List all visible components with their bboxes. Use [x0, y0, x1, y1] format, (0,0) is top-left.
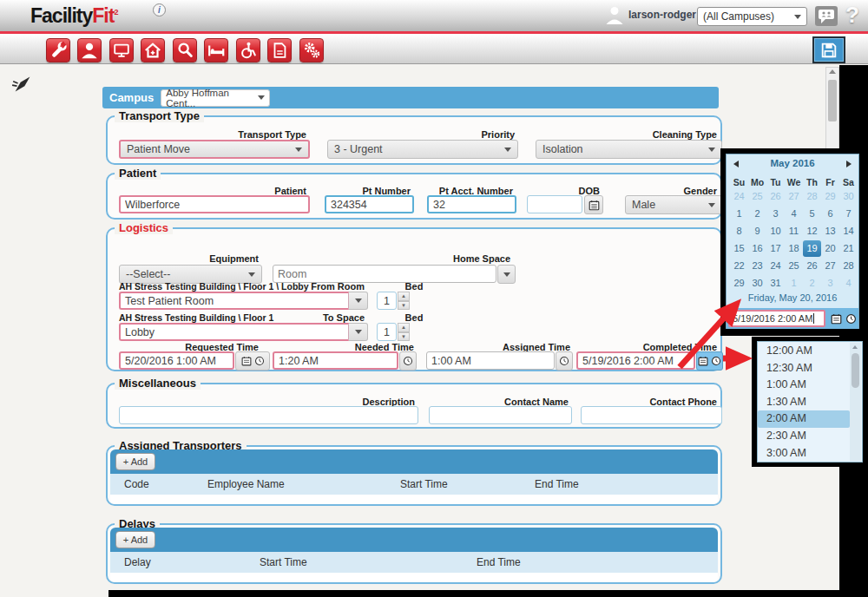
calendar-day-cell[interactable]: 11 — [785, 223, 803, 239]
time-option[interactable]: 3:00 AM — [758, 445, 850, 463]
time-option[interactable]: 1:00 AM — [758, 377, 850, 394]
time-option[interactable]: 12:30 AM — [758, 360, 850, 377]
calendar-day-cell[interactable]: 9 — [748, 223, 766, 239]
transport-type-select[interactable]: Patient Move — [119, 140, 310, 159]
calendar-day-cell[interactable]: 25 — [748, 188, 766, 205]
console-button[interactable] — [109, 38, 134, 62]
calendar-day-cell[interactable]: 27 — [785, 188, 803, 205]
needed-time-input[interactable] — [273, 351, 398, 370]
calendar-day-cell[interactable]: 3 — [821, 275, 839, 292]
from-room-select[interactable]: Test Patient Room — [119, 292, 368, 310]
add-delay-button[interactable]: + Add — [115, 531, 155, 548]
calendar-day-cell[interactable]: 28 — [839, 258, 858, 274]
home-space-input[interactable] — [273, 265, 496, 283]
to-space-dropdown-button[interactable] — [349, 323, 368, 341]
time-option[interactable]: 2:00 AM — [758, 410, 850, 428]
calendar-day-cell[interactable]: 23 — [748, 258, 766, 274]
from-bed-stepper[interactable]: ▲▼ — [398, 292, 410, 310]
calendar-day-cell[interactable]: 22 — [730, 258, 748, 274]
staff-button[interactable] — [77, 38, 102, 62]
calendar-day-cell[interactable]: 4 — [785, 206, 803, 222]
to-bed-stepper[interactable]: ▲▼ — [398, 323, 410, 341]
campus-filter-select[interactable]: (All Campuses) — [697, 7, 807, 26]
cleaning-type-select[interactable]: Isolation — [536, 140, 722, 159]
calendar-day-cell[interactable]: 1 — [730, 206, 748, 222]
calendar-day-cell[interactable]: 8 — [730, 223, 748, 239]
time-option[interactable]: 12:00 AM — [758, 343, 850, 360]
search-button[interactable] — [173, 38, 197, 62]
scrollbar-thumb[interactable] — [852, 353, 859, 388]
quick-launch-button[interactable] — [10, 72, 35, 96]
reports-button[interactable] — [267, 38, 292, 62]
calendar-day-cell[interactable]: 19 — [803, 240, 821, 257]
to-space-select[interactable]: Lobby — [119, 323, 368, 341]
assigned-time-input[interactable] — [426, 351, 555, 370]
pt-acct-number-input[interactable] — [427, 195, 516, 213]
stepper-up-icon[interactable]: ▲ — [398, 292, 410, 301]
calendar-day-cell[interactable]: 21 — [839, 240, 858, 257]
campus-select[interactable]: Abby Hoffman Cent... — [161, 89, 270, 107]
time-option[interactable]: 1:30 AM — [758, 394, 850, 411]
calendar-day-cell[interactable]: 25 — [785, 258, 803, 274]
completed-time-pickers[interactable] — [696, 351, 723, 371]
calendar-day-cell[interactable]: 4 — [839, 275, 858, 292]
stepper-down-icon[interactable]: ▼ — [398, 332, 410, 342]
calendar-day-cell[interactable]: 1 — [785, 275, 803, 292]
clock-icon[interactable] — [845, 313, 857, 325]
next-month-icon[interactable] — [846, 161, 852, 167]
patient-input[interactable] — [119, 195, 310, 213]
info-icon[interactable]: i — [153, 3, 166, 16]
calendar-day-cell[interactable]: 14 — [839, 223, 858, 239]
calendar-day-cell[interactable]: 6 — [821, 206, 839, 222]
scrollbar-thumb[interactable] — [828, 80, 837, 121]
calendar-day-cell[interactable]: 29 — [821, 188, 839, 205]
calendar-day-cell[interactable]: 24 — [730, 188, 748, 205]
calendar-day-cell[interactable]: 2 — [748, 206, 766, 222]
from-room-dropdown-button[interactable] — [349, 292, 368, 310]
time-option[interactable]: 2:30 AM — [758, 428, 850, 445]
gender-select[interactable]: Male — [625, 195, 722, 214]
contact-phone-input[interactable] — [581, 406, 722, 424]
calendar-day-cell[interactable]: 17 — [766, 240, 785, 257]
calendar-day-cell[interactable]: 18 — [785, 240, 803, 257]
description-input[interactable] — [119, 406, 418, 424]
user-menu[interactable]: larson-rodger — [606, 5, 708, 24]
work-orders-button[interactable] — [46, 38, 70, 62]
stepper-up-icon[interactable]: ▲ — [398, 323, 410, 332]
calendar-day-cell[interactable]: 28 — [803, 188, 821, 205]
time-list-scrollbar[interactable] — [850, 343, 861, 461]
calendar-day-cell[interactable]: 29 — [730, 275, 748, 292]
requested-time-pickers[interactable] — [235, 351, 270, 371]
calendar-day-cell[interactable]: 31 — [766, 275, 785, 292]
calendar-day-cell[interactable]: 27 — [821, 258, 839, 274]
contact-name-input[interactable] — [429, 406, 572, 424]
priority-select[interactable]: 3 - Urgent — [327, 140, 518, 159]
calendar-day-cell[interactable]: 26 — [766, 188, 785, 205]
calendar-day-cell[interactable]: 30 — [839, 188, 858, 205]
add-transporter-button[interactable]: + Add — [115, 453, 155, 470]
dob-input[interactable] — [527, 195, 582, 213]
calendar-today-link[interactable]: Friday, May 20, 2016 — [727, 292, 858, 303]
completed-time-popup-input[interactable]: 5/19/2016 2:00 AM — [728, 310, 825, 327]
needed-time-picker[interactable] — [399, 351, 417, 371]
feedback-button[interactable] — [815, 6, 838, 26]
stepper-down-icon[interactable]: ▼ — [398, 301, 410, 311]
calendar-day-cell[interactable]: 7 — [839, 206, 858, 222]
calendar-icon[interactable] — [831, 313, 842, 325]
page-scrollbar[interactable] — [825, 67, 839, 157]
to-bed-input[interactable] — [377, 323, 397, 341]
calendar-month-title[interactable]: May 2016 — [727, 158, 858, 168]
assigned-time-picker[interactable] — [556, 351, 573, 371]
bed-management-button[interactable] — [204, 38, 228, 62]
calendar-day-cell[interactable]: 20 — [821, 240, 839, 257]
calendar-day-cell[interactable]: 13 — [821, 223, 839, 239]
calendar-day-cell[interactable]: 3 — [766, 206, 785, 222]
requested-time-input[interactable] — [119, 351, 234, 370]
completed-time-input[interactable] — [576, 351, 695, 370]
calendar-day-cell[interactable]: 26 — [803, 258, 821, 274]
home-space-dropdown-button[interactable] — [497, 265, 516, 284]
help-button[interactable]: ? — [845, 2, 859, 29]
transport-button[interactable] — [236, 38, 260, 62]
dob-calendar-button[interactable] — [584, 195, 603, 214]
save-button[interactable] — [812, 36, 845, 63]
